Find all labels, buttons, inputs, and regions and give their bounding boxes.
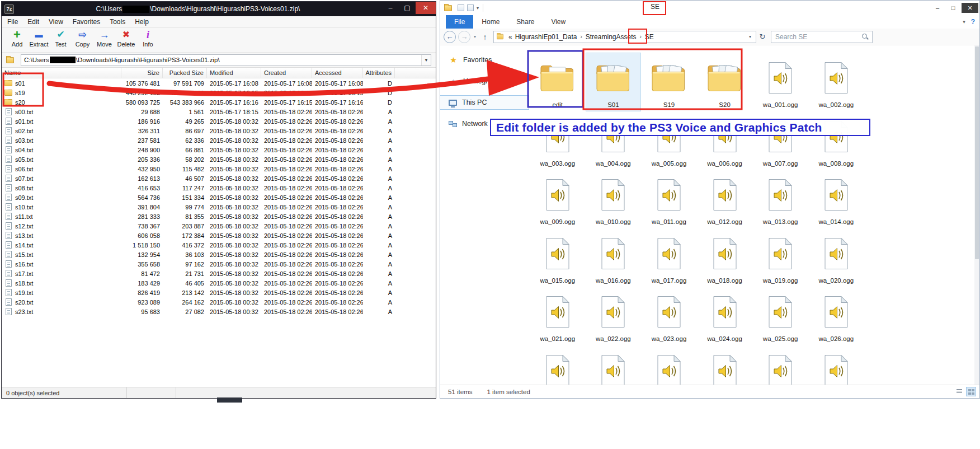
file-wa_012.ogg[interactable]: wa_012.ogg	[697, 170, 753, 228]
zip-row-s23.txt[interactable]: s23.txt95 68327 0822015-05-18 00:322015-…	[2, 307, 436, 316]
extract-button[interactable]: ▬Extract	[28, 29, 50, 52]
file-wa_019.ogg[interactable]: wa_019.ogg	[752, 228, 808, 287]
back-button[interactable]: ←	[444, 31, 456, 43]
address-dropdown-icon[interactable]: ▼	[421, 55, 431, 66]
tab-view[interactable]: View	[543, 15, 574, 29]
zip-row-s19.txt[interactable]: s19.txt826 419213 1422015-05-18 00:32201…	[2, 288, 436, 297]
history-dropdown-icon[interactable]: ▾	[472, 34, 478, 39]
column-header-size[interactable]: Size	[121, 68, 163, 78]
zip-row-s16.txt[interactable]: s16.txt355 65897 1622015-05-18 00:322015…	[2, 259, 436, 269]
up-button[interactable]: ↑	[479, 31, 491, 43]
sidebar-item-this-pc[interactable]: This PC	[440, 96, 529, 109]
file-wa_021.ogg[interactable]: wa_021.ogg	[530, 287, 586, 345]
file-wa_022.ogg[interactable]: wa_022.ogg	[586, 287, 642, 345]
qat-customize-dropdown-icon[interactable]: ▾	[477, 6, 479, 11]
search-icon[interactable]	[861, 33, 869, 41]
column-header-packed-size[interactable]: Packed Size	[163, 68, 207, 78]
menu-view[interactable]: View	[49, 18, 63, 26]
close-button[interactable]: ✕	[962, 3, 978, 13]
menu-file[interactable]: File	[7, 18, 18, 26]
zip-row-s15.txt[interactable]: s15.txt132 95436 1032015-05-18 00:322015…	[2, 250, 436, 259]
column-header-modified[interactable]: Modified	[207, 68, 261, 78]
file-wa_023.ogg[interactable]: wa_023.ogg	[641, 287, 697, 345]
zip-row-s00.txt[interactable]: s00.txt29 6881 5612015-05-17 18:152015-0…	[2, 107, 436, 116]
zip-row-s04.txt[interactable]: s04.txt248 90066 8812015-05-18 00:322015…	[2, 145, 436, 155]
file-wa_002.ogg[interactable]: wa_002.ogg	[808, 53, 864, 111]
address-input[interactable]: C:\Users\Downloads\Higurashi\HigurashiPS…	[21, 54, 431, 66]
forward-button[interactable]: →	[458, 31, 470, 43]
ribbon-collapse-icon[interactable]: ▾	[963, 19, 965, 25]
info-button[interactable]: iInfo	[137, 29, 159, 52]
breadcrumb-item[interactable]: HigurashiEp01_Data	[514, 33, 578, 41]
file-wa_013.ogg[interactable]: wa_013.ogg	[752, 170, 808, 228]
add-button[interactable]: +Add	[6, 29, 28, 52]
file-wa_026.ogg[interactable]: wa_026.ogg	[808, 287, 864, 345]
zip-row-s12.txt[interactable]: s12.txt738 367203 8872015-05-18 00:32201…	[2, 221, 436, 231]
file-wa_024.ogg[interactable]: wa_024.ogg	[697, 287, 753, 345]
file-unlabeled[interactable]	[752, 345, 808, 385]
zip-row-s19[interactable]: s19443 292 152412 035 1612015-05-17 16:1…	[2, 88, 436, 97]
folder-S19[interactable]: S19	[641, 53, 697, 111]
folder-S01[interactable]: S01	[586, 53, 642, 111]
column-header-name[interactable]: Name	[2, 68, 121, 78]
zip-row-s03.txt[interactable]: s03.txt237 58162 3362015-05-18 00:322015…	[2, 135, 436, 145]
breadcrumb-item[interactable]: StreamingAssets	[585, 33, 638, 41]
tab-file[interactable]: File	[446, 15, 473, 29]
zip-row-s20[interactable]: s20580 093 725543 383 9662015-05-17 16:1…	[2, 97, 436, 107]
zip-row-s06.txt[interactable]: s06.txt432 950115 4822015-05-18 00:32201…	[2, 164, 436, 174]
file-wa_015.ogg[interactable]: wa_015.ogg	[530, 228, 586, 287]
folder-S20[interactable]: S20	[697, 53, 753, 111]
details-view-button[interactable]	[954, 387, 964, 396]
zip-row-s10.txt[interactable]: s10.txt391 80499 7742015-05-18 00:322015…	[2, 202, 436, 212]
refresh-button[interactable]: ↻	[757, 31, 767, 43]
zip-row-s13.txt[interactable]: s13.txt606 058172 3842015-05-18 00:32201…	[2, 231, 436, 240]
file-unlabeled[interactable]	[586, 345, 642, 385]
zip-row-s01[interactable]: s01105 376 48197 591 7092015-05-17 16:08…	[2, 78, 436, 88]
7zip-titlebar[interactable]: 7z C:\Users\Downloads\Higurashi\Higurash…	[2, 2, 436, 16]
zip-row-s08.txt[interactable]: s08.txt416 653117 2472015-05-18 00:32201…	[2, 183, 436, 193]
zip-row-s07.txt[interactable]: s07.txt162 61346 5072015-05-18 00:322015…	[2, 174, 436, 183]
column-header-created[interactable]: Created	[261, 68, 312, 78]
file-unlabeled[interactable]	[530, 345, 586, 385]
file-wa_011.ogg[interactable]: wa_011.ogg	[641, 170, 697, 228]
address-bar[interactable]: « HigurashiEp01_Data › StreamingAssets ›…	[493, 31, 756, 43]
file-wa_001.ogg[interactable]: wa_001.ogg	[752, 53, 808, 111]
zip-row-s18.txt[interactable]: s18.txt183 42946 4052015-05-18 00:322015…	[2, 278, 436, 288]
close-button[interactable]: ✕	[416, 2, 436, 14]
zip-row-s14.txt[interactable]: s14.txt1 518 150416 3722015-05-18 00:322…	[2, 240, 436, 250]
address-folder-icon[interactable]	[6, 57, 14, 63]
column-header-accessed[interactable]: Accessed	[312, 68, 363, 78]
maximize-button[interactable]: □	[946, 3, 960, 13]
qat-button-2[interactable]	[467, 4, 474, 11]
file-wa_020.ogg[interactable]: wa_020.ogg	[808, 228, 864, 287]
sidebar-item-favorites[interactable]: ★Favorites	[440, 53, 529, 67]
file-unlabeled[interactable]	[641, 345, 697, 385]
zip-row-s01.txt[interactable]: s01.txt186 91649 2652015-05-18 00:322015…	[2, 116, 436, 126]
file-wa_018.ogg[interactable]: wa_018.ogg	[697, 228, 753, 287]
breadcrumb-overflow[interactable]: «	[507, 33, 514, 41]
menu-favorites[interactable]: Favorites	[73, 18, 100, 26]
move-button[interactable]: →Move	[93, 29, 115, 52]
file-wa_017.ogg[interactable]: wa_017.ogg	[641, 228, 697, 287]
file-wa_025.ogg[interactable]: wa_025.ogg	[752, 287, 808, 345]
file-wa_014.ogg[interactable]: wa_014.ogg	[808, 170, 864, 228]
menu-edit[interactable]: Edit	[27, 18, 39, 26]
explorer-titlebar[interactable]: ▾ SE – □ ✕	[440, 1, 979, 15]
sidebar-item-homegroup[interactable]: ⌂Homegroup	[440, 74, 529, 88]
folder-edit[interactable]: edit	[530, 53, 586, 111]
file-wa_016.ogg[interactable]: wa_016.ogg	[586, 228, 642, 287]
zip-row-s09.txt[interactable]: s09.txt564 736151 3342015-05-18 00:32201…	[2, 193, 436, 202]
breadcrumb-item-se[interactable]: SE	[644, 33, 655, 41]
zip-row-s11.txt[interactable]: s11.txt281 33381 3552015-05-18 00:322015…	[2, 212, 436, 221]
maximize-button[interactable]: ▢	[399, 2, 416, 14]
test-button[interactable]: ✔Test	[50, 29, 72, 52]
copy-button[interactable]: ⇨Copy	[72, 29, 93, 52]
column-header-attributes[interactable]: Attributes	[363, 68, 395, 78]
minimize-button[interactable]: –	[930, 3, 945, 13]
vertical-scrollbar[interactable]	[974, 45, 979, 385]
address-dropdown-icon[interactable]: ▾	[746, 31, 755, 43]
help-icon[interactable]: ?	[971, 18, 975, 26]
delete-button[interactable]: ✖Delete	[115, 29, 137, 52]
search-input[interactable]: Search SE	[771, 31, 873, 43]
zip-row-s17.txt[interactable]: s17.txt81 47221 7312015-05-18 00:322015-…	[2, 269, 436, 278]
